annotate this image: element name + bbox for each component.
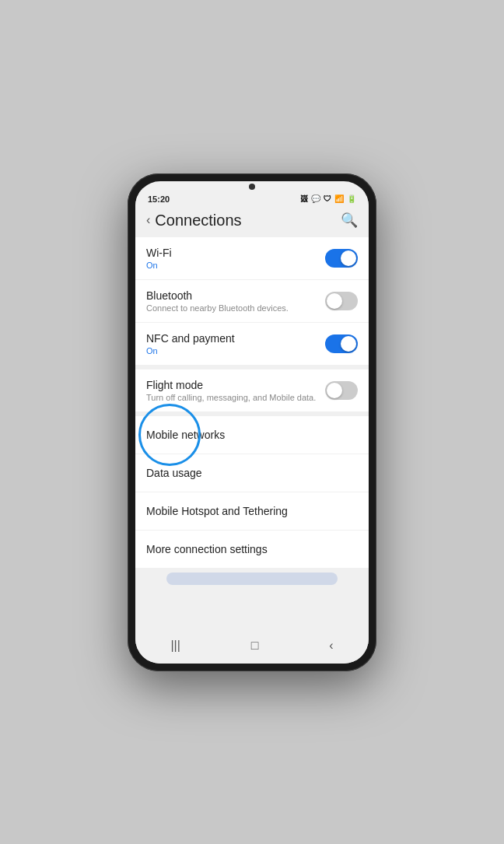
flightmode-toggle[interactable] <box>325 381 358 400</box>
back-button[interactable]: ‹ <box>146 213 150 227</box>
bluetooth-toggle[interactable] <box>325 292 358 310</box>
back-nav-button[interactable]: ‹ <box>321 636 341 656</box>
nfc-title: NFC and payment <box>146 332 325 345</box>
wifi-toggle[interactable] <box>325 249 358 268</box>
battery-icon: 🔋 <box>347 194 356 203</box>
setting-item-nfc[interactable]: NFC and payment On <box>135 323 369 365</box>
bluetooth-toggle-knob <box>327 293 342 309</box>
wifi-toggle-knob <box>341 250 356 266</box>
setting-item-bluetooth[interactable]: Bluetooth Connect to nearby Bluetooth de… <box>135 280 369 323</box>
recents-button[interactable]: ||| <box>163 636 187 656</box>
status-icons: 🖼 💬 🛡 📶 🔋 <box>300 194 356 203</box>
setting-item-datausage[interactable]: Data usage <box>135 454 369 492</box>
gallery-icon: 🖼 <box>300 194 308 203</box>
shield-icon: 🛡 <box>324 194 331 203</box>
nfc-toggle[interactable] <box>325 334 358 353</box>
section-main-toggles: Wi-Fi On Bluetooth Connect to nearby Blu… <box>135 237 369 365</box>
mobilenetworks-title: Mobile networks <box>146 429 225 441</box>
page-header: ‹ Connections 🔍 <box>135 205 369 237</box>
nfc-toggle-knob <box>341 336 356 352</box>
wifi-title: Wi-Fi <box>146 247 325 259</box>
setting-item-wifi[interactable]: Wi-Fi On <box>135 237 369 280</box>
flightmode-toggle-knob <box>327 383 342 398</box>
setting-item-flightmode[interactable]: Flight mode Turn off calling, messaging,… <box>135 369 369 411</box>
scroll-indicator <box>166 573 338 585</box>
moreconnection-title: More connection settings <box>146 543 268 555</box>
signal-icon: 📶 <box>334 194 344 203</box>
flightmode-title: Flight mode <box>146 379 325 391</box>
status-time: 15:20 <box>148 194 170 204</box>
setting-item-mobilenetworks[interactable]: Mobile networks <box>135 416 369 454</box>
message-icon: 💬 <box>311 194 320 203</box>
flightmode-subtitle: Turn off calling, messaging, and Mobile … <box>146 393 325 402</box>
datausage-title: Data usage <box>146 467 202 479</box>
section-flight: Flight mode Turn off calling, messaging,… <box>135 369 369 411</box>
home-button[interactable]: □ <box>243 636 267 656</box>
nfc-status: On <box>146 346 325 355</box>
setting-item-moreconnection[interactable]: More connection settings <box>135 531 369 568</box>
status-bar: 15:20 🖼 💬 🛡 📶 🔋 <box>135 190 369 205</box>
wifi-status: On <box>146 261 325 270</box>
search-icon[interactable]: 🔍 <box>341 212 358 229</box>
settings-scroll[interactable]: Wi-Fi On Bluetooth Connect to nearby Blu… <box>135 237 369 629</box>
camera-dot <box>249 184 255 190</box>
bluetooth-title: Bluetooth <box>146 289 325 302</box>
section-network-items: Mobile networks Data usage Mobile Hotspo… <box>135 416 369 568</box>
mobilehotspot-title: Mobile Hotspot and Tethering <box>146 505 288 517</box>
bluetooth-subtitle: Connect to nearby Bluetooth devices. <box>146 303 325 313</box>
setting-item-mobilehotspot[interactable]: Mobile Hotspot and Tethering <box>135 492 369 531</box>
nav-bar: ||| □ ‹ <box>135 629 369 664</box>
page-title: Connections <box>155 212 241 229</box>
